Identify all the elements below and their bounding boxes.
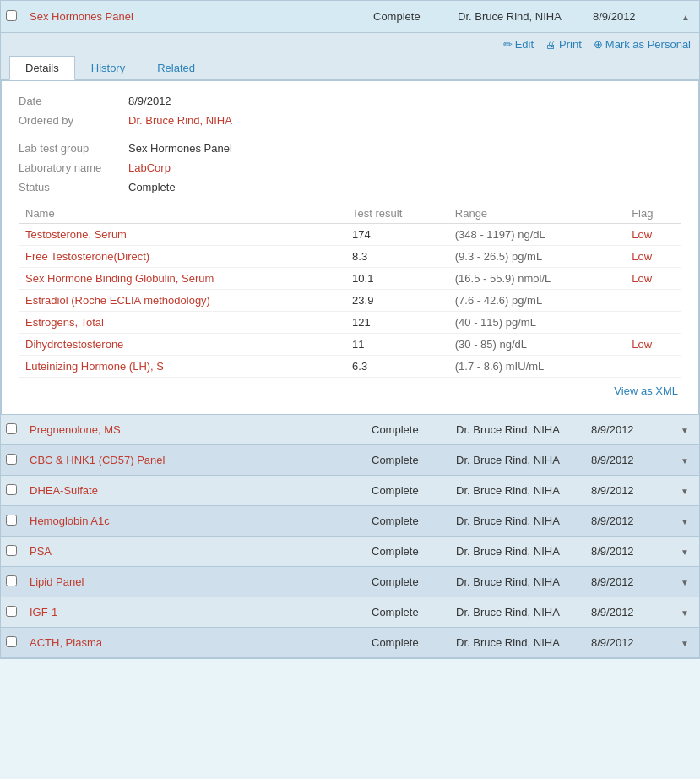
list-item-date: 8/9/2012	[591, 575, 676, 588]
list-item-status: Complete	[372, 545, 456, 558]
results-table: Name Test result Range Flag Testosterone…	[19, 204, 681, 378]
list-expand-btn[interactable]	[676, 454, 694, 466]
list-expand-btn[interactable]	[676, 545, 694, 558]
cell-flag	[625, 356, 681, 378]
cell-range: (7.6 - 42.6) pg/mL	[448, 290, 625, 312]
col-result: Test result	[345, 204, 448, 224]
arrow-down-icon	[681, 606, 689, 618]
list-expand-btn[interactable]	[676, 636, 694, 649]
arrow-down-icon	[681, 515, 689, 527]
arrow-up-icon	[681, 10, 690, 23]
plus-circle-icon: ⊕	[594, 38, 603, 51]
lab-group-label: Lab test group	[19, 142, 128, 155]
top-panel-name: Sex Hormones Panel	[30, 10, 373, 23]
status-label: Status	[19, 181, 128, 193]
list-item-name[interactable]: ACTH, Plasma	[30, 636, 372, 649]
table-row: Estrogens, Total 121 (40 - 115) pg/mL	[19, 312, 681, 334]
view-xml-link[interactable]: View as XML	[614, 384, 678, 397]
cell-flag: Low	[625, 268, 681, 290]
list-item-status: Complete	[372, 606, 456, 618]
cell-result: 121	[345, 312, 448, 334]
ordered-by-field: Ordered by Dr. Bruce Rind, NIHA	[19, 114, 681, 127]
table-row: Testosterone, Serum 174 (348 - 1197) ng/…	[19, 224, 681, 246]
list-item-date: 8/9/2012	[591, 484, 676, 497]
list-item-name[interactable]: Hemoglobin A1c	[30, 515, 372, 527]
list-item-doctor: Dr. Bruce Rind, NIHA	[456, 575, 591, 588]
cell-range: (16.5 - 55.9) nmol/L	[448, 268, 625, 290]
cell-result: 10.1	[345, 268, 448, 290]
status-value: Complete	[128, 181, 176, 193]
list-expand-btn[interactable]	[676, 484, 694, 497]
table-row: Dihydrotestosterone 11 (30 - 85) ng/dL L…	[19, 334, 681, 356]
list-item-date: 8/9/2012	[591, 454, 676, 466]
toolbar: ✏ Edit 🖨 Print ⊕ Mark as Personal	[1, 33, 699, 56]
status-field: Status Complete	[19, 181, 681, 193]
list-item: CBC & HNK1 (CD57) Panel Complete Dr. Bru…	[1, 445, 699, 476]
cell-flag: Low	[625, 334, 681, 356]
arrow-down-icon	[681, 484, 689, 497]
arrow-down-icon	[681, 636, 689, 649]
xml-link-row: View as XML	[19, 378, 681, 400]
list-item: IGF-1 Complete Dr. Bruce Rind, NIHA 8/9/…	[1, 597, 699, 628]
list-checkbox-7[interactable]	[6, 636, 23, 650]
list-expand-btn[interactable]	[676, 515, 694, 527]
list-checkbox-6[interactable]	[6, 606, 23, 619]
list-item-name[interactable]: DHEA-Sulfate	[30, 484, 372, 497]
tab-related[interactable]: Related	[141, 56, 211, 80]
top-record-row: Sex Hormones Panel Complete Dr. Bruce Ri…	[1, 1, 699, 33]
list-checkbox-0[interactable]	[6, 423, 23, 437]
cell-flag	[625, 312, 681, 334]
top-status: Complete	[373, 10, 458, 23]
list-expand-btn[interactable]	[676, 606, 694, 618]
cell-result: 8.3	[345, 246, 448, 268]
list-checkbox-3[interactable]	[6, 515, 23, 528]
list-item-name[interactable]: IGF-1	[30, 606, 372, 618]
arrow-down-icon	[681, 575, 689, 588]
cell-result: 174	[345, 224, 448, 246]
mark-personal-button[interactable]: ⊕ Mark as Personal	[594, 38, 691, 51]
list-checkbox-5[interactable]	[6, 575, 23, 589]
list-item-name[interactable]: Lipid Panel	[30, 575, 372, 588]
lab-name-field: Laboratory name LabCorp	[19, 161, 681, 174]
lab-group-value: Sex Hormones Panel	[128, 142, 232, 155]
pencil-icon: ✏	[503, 38, 513, 51]
cell-result: 6.3	[345, 356, 448, 378]
cell-range: (1.7 - 8.6) mIU/mL	[448, 356, 625, 378]
list-item: ACTH, Plasma Complete Dr. Bruce Rind, NI…	[1, 628, 699, 658]
table-row: Sex Hormone Binding Globulin, Serum 10.1…	[19, 268, 681, 290]
col-flag: Flag	[625, 204, 681, 224]
cell-name: Estrogens, Total	[19, 312, 345, 334]
list-item-date: 8/9/2012	[591, 636, 676, 649]
list-expand-btn[interactable]	[676, 423, 694, 436]
cell-name: Luteinizing Hormone (LH), S	[19, 356, 345, 378]
top-collapse-btn[interactable]	[677, 10, 694, 23]
edit-button[interactable]: ✏ Edit	[503, 38, 534, 51]
list-checkbox-2[interactable]	[6, 484, 23, 498]
list-item: DHEA-Sulfate Complete Dr. Bruce Rind, NI…	[1, 476, 699, 506]
lab-name-value[interactable]: LabCorp	[128, 161, 171, 174]
lab-group-field: Lab test group Sex Hormones Panel	[19, 142, 681, 155]
list-item-name[interactable]: PSA	[30, 545, 372, 558]
list-item-status: Complete	[372, 423, 456, 436]
list-item-status: Complete	[372, 636, 456, 649]
list-expand-btn[interactable]	[676, 575, 694, 588]
col-name: Name	[19, 204, 345, 224]
table-row: Free Testosterone(Direct) 8.3 (9.3 - 26.…	[19, 246, 681, 268]
ordered-by-label: Ordered by	[19, 114, 128, 127]
top-checkbox[interactable]	[6, 10, 23, 24]
list-checkbox-4[interactable]	[6, 545, 23, 558]
list-checkbox-1[interactable]	[6, 454, 23, 467]
tab-details[interactable]: Details	[9, 56, 75, 80]
ordered-by-value[interactable]: Dr. Bruce Rind, NIHA	[128, 114, 232, 127]
list-item-name[interactable]: Pregnenolone, MS	[30, 423, 372, 436]
print-button[interactable]: 🖨 Print	[545, 38, 582, 51]
cell-flag: Low	[625, 224, 681, 246]
list-item: Lipid Panel Complete Dr. Bruce Rind, NIH…	[1, 567, 699, 597]
arrow-down-icon	[681, 545, 689, 558]
cell-flag	[625, 290, 681, 312]
tab-history[interactable]: History	[75, 56, 141, 80]
list-item-date: 8/9/2012	[591, 423, 676, 436]
cell-name: Estradiol (Roche ECLIA methodology)	[19, 290, 345, 312]
list-item-status: Complete	[372, 515, 456, 527]
list-item-name[interactable]: CBC & HNK1 (CD57) Panel	[30, 454, 372, 466]
